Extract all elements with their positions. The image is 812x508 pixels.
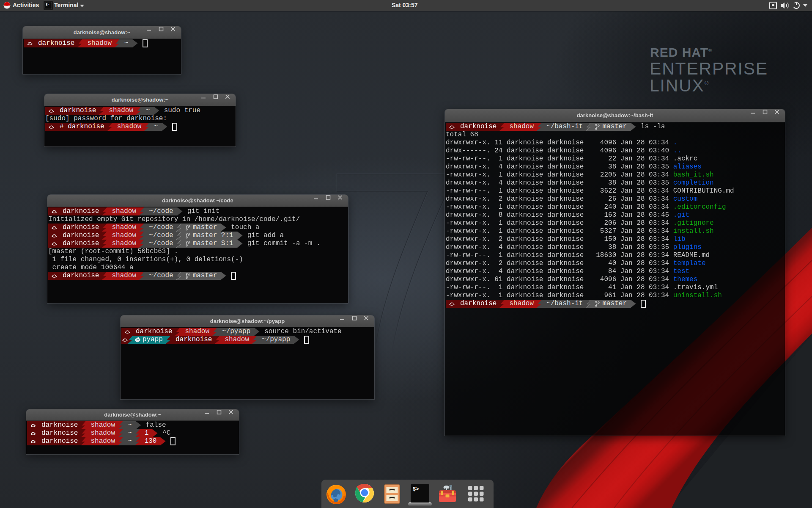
svg-text:$>: $>: [413, 486, 419, 492]
svg-text:$>: $>: [46, 3, 49, 6]
